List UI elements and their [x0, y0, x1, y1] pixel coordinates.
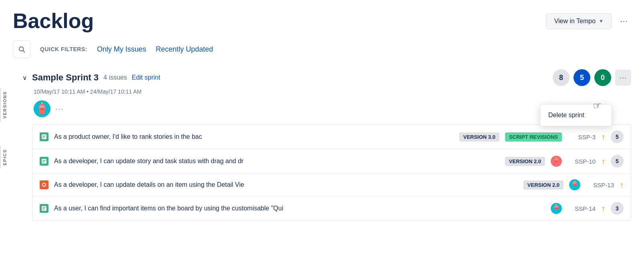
- epic-badge[interactable]: SCRIPT REVISIONS: [505, 132, 562, 142]
- svg-rect-15: [42, 138, 44, 138]
- svg-rect-37: [573, 185, 576, 185]
- issue-id: SSP-13: [586, 182, 614, 188]
- avatar[interactable]: [34, 100, 50, 117]
- recently-updated-filter[interactable]: Recently Updated: [156, 45, 213, 54]
- search-icon: [18, 46, 25, 53]
- svg-point-28: [555, 157, 557, 158]
- view-in-tempo-button[interactable]: View in Tempo ▼: [546, 13, 612, 29]
- svg-point-48: [555, 207, 556, 208]
- version-badge[interactable]: VERSION 3.0: [459, 132, 499, 142]
- issue-summary: As a product owner, I'd like to rank sto…: [54, 133, 454, 140]
- view-in-tempo-label: View in Tempo: [554, 18, 596, 25]
- version-badge[interactable]: VERSION 2.0: [505, 157, 545, 166]
- sprint-badge-gray: 8: [553, 69, 570, 86]
- table-row[interactable]: As a product owner, I'd like to rank sto…: [32, 125, 631, 149]
- issue-type-bug-icon: [40, 180, 48, 189]
- issue-id: SSP-3: [568, 134, 596, 140]
- svg-point-49: [557, 207, 558, 208]
- edit-sprint-link[interactable]: Edit sprint: [132, 74, 160, 81]
- issue-summary: As a developer, I can update story and t…: [54, 158, 499, 165]
- table-row[interactable]: As a user, I can find important items on…: [32, 196, 631, 220]
- story-points: 5: [611, 155, 624, 168]
- issue-summary: As a developer, I can update details on …: [54, 181, 518, 188]
- svg-point-8: [43, 106, 44, 107]
- page-title: Backlog: [13, 10, 94, 32]
- avatar-image: [34, 100, 50, 117]
- svg-point-25: [557, 160, 558, 160]
- svg-rect-19: [42, 162, 44, 163]
- svg-rect-18: [42, 161, 45, 162]
- svg-rect-4: [39, 109, 45, 114]
- svg-rect-43: [42, 210, 44, 210]
- avatar-small: [551, 156, 562, 167]
- bug-icon-svg: [41, 182, 47, 188]
- avatar: [569, 179, 580, 190]
- story-icon-svg: [41, 134, 47, 140]
- priority-icon: ↑: [601, 132, 605, 142]
- issue-type-story-icon: [40, 132, 48, 141]
- svg-point-24: [555, 160, 556, 160]
- quick-filters-label: QUICK FILTERS:: [40, 46, 87, 52]
- svg-rect-50: [555, 208, 558, 209]
- header-row: Backlog View in Tempo ▼ ···: [13, 10, 631, 32]
- sprint-header: ∨ Sample Sprint 3 4 issues Edit sprint 8…: [22, 69, 631, 86]
- chevron-down-icon: ▼: [599, 18, 604, 24]
- story-points: 3: [611, 202, 624, 215]
- main-container: VERSIONS EPICS Backlog View in Tempo ▼ ·…: [0, 0, 644, 221]
- table-row[interactable]: As a developer, I can update story and t…: [32, 149, 631, 174]
- priority-icon: ↑: [601, 204, 605, 213]
- issue-id: SSP-10: [568, 158, 596, 165]
- svg-rect-13: [42, 136, 46, 136]
- svg-line-1: [23, 51, 24, 52]
- version-badge[interactable]: VERSION 2.0: [523, 180, 564, 190]
- svg-rect-26: [555, 161, 558, 162]
- svg-rect-14: [42, 137, 45, 138]
- sprint-header-left: ∨ Sample Sprint 3 4 issues Edit sprint: [22, 72, 160, 83]
- only-my-issues-filter[interactable]: Only My Issues: [97, 45, 146, 54]
- avatar-small-teal2: [551, 203, 562, 214]
- story-points: 5: [611, 130, 624, 143]
- epics-label: EPICS: [0, 146, 9, 169]
- svg-point-35: [574, 183, 574, 184]
- priority-icon: ↑: [601, 157, 605, 166]
- cursor-pointer: ☞: [592, 99, 603, 112]
- svg-point-36: [576, 183, 576, 184]
- filters-row: QUICK FILTERS: Only My Issues Recently U…: [13, 40, 631, 58]
- sprint-issues-count: 4 issues: [103, 74, 127, 81]
- svg-point-11: [41, 102, 43, 104]
- sprint-header-right: 8 5 0 ···: [553, 69, 631, 86]
- issue-id: SSP-14: [568, 205, 596, 212]
- sprint-more-dots: ···: [620, 74, 627, 82]
- svg-rect-41: [42, 207, 46, 208]
- versions-label: VERSIONS: [0, 88, 9, 122]
- sprint-collapse-icon[interactable]: ∨: [22, 74, 27, 82]
- search-button[interactable]: [13, 40, 30, 58]
- svg-point-30: [43, 184, 45, 186]
- svg-rect-9: [40, 109, 44, 110]
- header-actions: View in Tempo ▼ ···: [546, 13, 631, 29]
- sprint-badge-blue: 5: [574, 69, 590, 86]
- avatar: [551, 203, 562, 214]
- avatar-small-teal: [569, 179, 580, 190]
- issue-type-story-icon: [40, 157, 48, 166]
- svg-point-7: [40, 106, 41, 107]
- issue-summary: As a user, I can find important items on…: [54, 205, 545, 212]
- sprint-badge-green: 0: [594, 69, 611, 86]
- svg-point-39: [574, 181, 575, 182]
- sprint-more-button[interactable]: ···: [615, 70, 631, 86]
- avatar: [551, 156, 562, 167]
- table-row[interactable]: As a developer, I can update details on …: [32, 174, 631, 196]
- story-icon-svg: [41, 158, 47, 164]
- story-icon-svg: [41, 206, 47, 211]
- header-more-button[interactable]: ···: [617, 14, 631, 28]
- sprint-dates: 10/May/17 10:11 AM • 24/May/17 10:11 AM: [34, 88, 631, 95]
- svg-rect-42: [42, 208, 45, 209]
- svg-point-52: [555, 204, 557, 206]
- priority-icon: ↑: [620, 180, 624, 190]
- sprint-section: ∨ Sample Sprint 3 4 issues Edit sprint 8…: [22, 69, 631, 221]
- issues-table: As a product owner, I'd like to rank sto…: [32, 124, 631, 221]
- side-labels: VERSIONS EPICS: [0, 88, 9, 168]
- issue-type-story-icon: [40, 204, 48, 213]
- more-options-dots[interactable]: ···: [55, 105, 64, 113]
- header-more-dots: ···: [620, 16, 628, 26]
